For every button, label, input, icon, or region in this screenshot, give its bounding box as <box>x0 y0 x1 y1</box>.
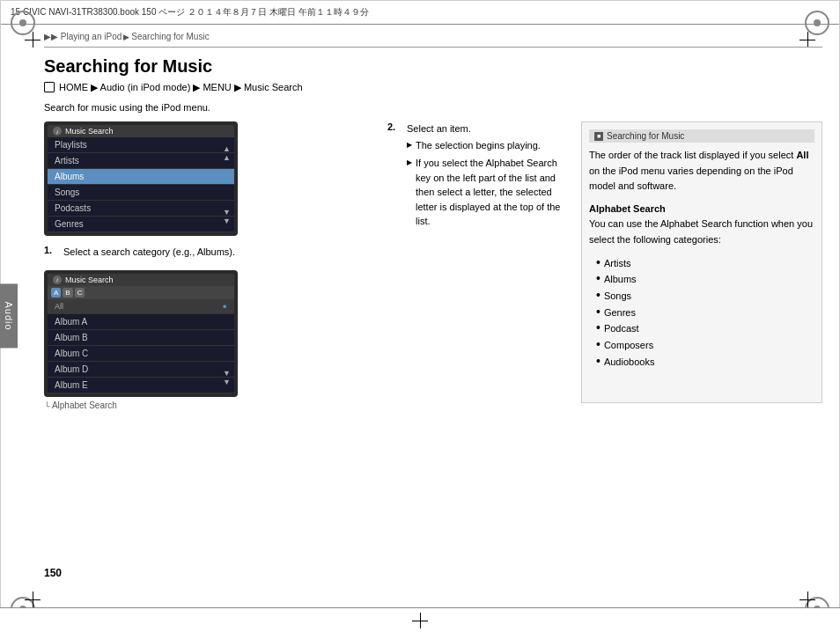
bullet-dot-genres: • <box>596 305 601 320</box>
alphabet-search-block: Alphabet Search You can use the Alphabet… <box>589 202 814 248</box>
screen1-item-podcasts: Podcasts <box>48 201 234 217</box>
step-1-row: 1. Select a search category (e.g., Album… <box>44 245 370 260</box>
bullet-text-audiobooks: Audiobooks <box>604 354 655 371</box>
alphabet-search-title: Alphabet Search <box>589 202 814 217</box>
bullet-text-genres: Genres <box>604 305 636 321</box>
main-content: ▶▶ Playing an iPod ▶ Searching for Music… <box>0 25 840 607</box>
bullet-list: • Artists • Albums • Songs • Genres • <box>596 255 814 371</box>
bullet-item-podcast: • Podcast <box>596 320 814 337</box>
screen2-item-albumB: Album B <box>48 330 234 346</box>
arrow-icon-2: ▶ <box>407 158 412 168</box>
screen1-list: Playlists Artists Albums Songs Podcasts … <box>48 137 234 232</box>
screen1-item-artists: Artists <box>48 153 234 169</box>
breadcrumb-part2: Searching for Music <box>131 32 209 41</box>
bullet-item-artists: • Artists <box>596 255 814 272</box>
step-2-block: 2. Select an item. ▶ The selection begin… <box>387 121 564 229</box>
right-panel: ■ Searching for Music The order of the t… <box>581 121 822 403</box>
alpha-btn-b[interactable]: B <box>63 288 72 298</box>
bullet-item-composers: • Composers <box>596 337 814 354</box>
bullet-text-albums: Albums <box>604 271 637 288</box>
step-2-sub-1: ▶ The selection begins playing. <box>407 138 564 153</box>
screen2-list-inner: All ● Album A Album B Album C Album D Al… <box>48 299 234 393</box>
breadcrumb: ▶▶ Playing an iPod ▶ Searching for Music <box>44 32 822 41</box>
step-2-text: Select an item. <box>407 121 471 136</box>
screen-mockup-1: ♪ Music Search Playlists Artists Albums … <box>44 121 238 236</box>
divider <box>44 47 822 48</box>
screen2-item-albumA: Album A <box>48 314 234 330</box>
screen1-item-genres: Genres <box>48 217 234 232</box>
screen1-header: ♪ Music Search <box>48 125 234 137</box>
bullet-item-songs: • Songs <box>596 288 814 305</box>
breadcrumb-part1: ▶▶ Playing an iPod <box>44 32 122 41</box>
scroll-up-icon: ▲▲ <box>223 144 231 162</box>
step-2-sub-text-1: The selection begins playing. <box>416 138 541 153</box>
alpha-caption-text: Alphabet Search <box>52 401 117 410</box>
bold-all: All <box>796 150 808 160</box>
screen2-header: ♪ Music Search <box>48 274 234 286</box>
description-text: Search for music using the iPod menu. <box>44 102 822 113</box>
screen2-item-albumC: Album C <box>48 346 234 362</box>
bullet-dot-artists: • <box>596 255 601 270</box>
screen2-item-all: All ● <box>48 299 234 314</box>
step-2-row: 2. Select an item. <box>387 121 564 136</box>
arrow-icon-1: ▶ <box>407 140 412 151</box>
right-panel-title: ■ Searching for Music <box>589 129 814 143</box>
screen1-item-songs: Songs <box>48 185 234 201</box>
screen1-header-icon: ♪ <box>53 127 62 136</box>
alpha-btn-c[interactable]: C <box>75 288 85 298</box>
screen2-list: All ● Album A Album B Album C Album D Al… <box>48 299 234 393</box>
nav-line-text: HOME ▶ Audio (in iPod mode) ▶ MENU ▶ Mus… <box>59 82 302 92</box>
step-1-number: 1. <box>44 245 58 255</box>
screen1-item-albums: Albums <box>48 169 234 185</box>
screen2-header-text: Music Search <box>65 276 114 284</box>
alpha-caption: └ Alphabet Search <box>44 401 370 410</box>
two-column-layout: ♪ Music Search Playlists Artists Albums … <box>44 121 822 410</box>
step-2-sub-text-2: If you select the Alphabet Search key on… <box>416 156 564 229</box>
screen2-item-albumD: Album D <box>48 362 234 378</box>
bullet-text-podcast: Podcast <box>604 320 639 337</box>
bullet-text-artists: Artists <box>604 255 631 272</box>
alphabet-search-desc: You can use the Alphabet Search function… <box>589 217 814 247</box>
breadcrumb-arrow: ▶ <box>123 33 129 41</box>
page-number: 150 <box>44 567 62 579</box>
step-2-number: 2. <box>387 121 402 132</box>
right-panel-title-text: Searching for Music <box>607 131 684 141</box>
bullet-dot-audiobooks: • <box>596 354 601 369</box>
step-2-column: 2. Select an item. ▶ The selection begin… <box>387 121 564 239</box>
right-panel-para1-text: The order of the track list displayed if… <box>589 150 808 191</box>
bullet-dot-podcast: • <box>596 320 601 335</box>
bullet-dot-albums: • <box>596 271 601 286</box>
step-2-sub: ▶ The selection begins playing. ▶ If you… <box>387 138 564 229</box>
screen1-header-text: Music Search <box>65 127 114 136</box>
step-1-block: 1. Select a search category (e.g., Album… <box>44 245 370 260</box>
bullet-dot-songs: • <box>596 288 601 303</box>
bottom-center-crosshair <box>0 608 840 632</box>
screen2-all-text: All <box>55 302 63 311</box>
screen2-item-albumE: Album E <box>48 378 234 393</box>
step-2-sub-2: ▶ If you select the Alphabet Search key … <box>407 156 564 229</box>
alpha-bar: A B C <box>48 286 234 299</box>
screen2-header-icon: ♪ <box>53 276 62 284</box>
home-icon <box>44 82 55 92</box>
screen1-item-playlists: Playlists <box>48 137 234 153</box>
step-1-text: Select a search category (e.g., Albums). <box>63 245 235 260</box>
scroll-down-icon: ▼▼ <box>223 208 231 225</box>
left-column: ♪ Music Search Playlists Artists Albums … <box>44 121 370 410</box>
screen-mockup-2: ♪ Music Search A B C All ● Album A <box>44 270 238 397</box>
screen2-tab-indicator: ● <box>223 302 227 311</box>
bullet-dot-composers: • <box>596 337 601 352</box>
bullet-item-genres: • Genres <box>596 305 814 321</box>
page-title: Searching for Music <box>44 56 822 77</box>
right-panel-para1: The order of the track list displayed if… <box>589 148 814 195</box>
bottom-bar <box>0 607 840 632</box>
bullet-text-songs: Songs <box>604 288 631 305</box>
scroll-down-icon-2: ▼▼ <box>223 369 231 386</box>
right-panel-icon: ■ <box>594 132 603 141</box>
nav-line: HOME ▶ Audio (in iPod mode) ▶ MENU ▶ Mus… <box>44 82 822 93</box>
bullet-item-audiobooks: • Audiobooks <box>596 354 814 371</box>
bullet-item-albums: • Albums <box>596 271 814 288</box>
bullet-text-composers: Composers <box>604 337 653 354</box>
alpha-btn-a[interactable]: A <box>51 288 61 298</box>
screen1-list-inner: Playlists Artists Albums Songs Podcasts … <box>48 137 234 232</box>
